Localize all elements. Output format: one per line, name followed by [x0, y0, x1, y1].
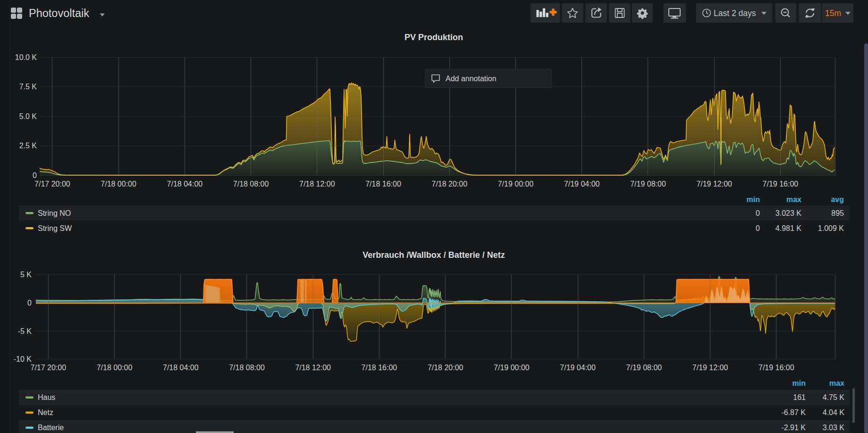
svg-text:-5 K: -5 K: [18, 327, 32, 335]
svg-text:7/18 16:00: 7/18 16:00: [362, 364, 397, 372]
svg-text:5 K: 5 K: [20, 271, 32, 279]
svg-text:15m: 15m: [825, 8, 841, 18]
svg-text:2.5 K: 2.5 K: [19, 142, 37, 150]
svg-text:Last 2 days: Last 2 days: [714, 8, 756, 18]
svg-text:Add annotation: Add annotation: [446, 75, 497, 83]
svg-text:min: min: [747, 195, 760, 204]
svg-text:0: 0: [756, 224, 760, 232]
svg-text:7/19 12:00: 7/19 12:00: [696, 180, 732, 188]
svg-text:7/19 08:00: 7/19 08:00: [626, 364, 662, 372]
svg-text:7/18 12:00: 7/18 12:00: [299, 180, 335, 188]
svg-text:7/19 08:00: 7/19 08:00: [630, 180, 666, 188]
svg-text:7/19 04:00: 7/19 04:00: [560, 364, 596, 372]
svg-text:String NO: String NO: [38, 209, 71, 217]
svg-text:7/18 04:00: 7/18 04:00: [163, 364, 199, 372]
svg-text:-2.91 K: -2.91 K: [781, 424, 806, 432]
svg-text:0: 0: [756, 209, 760, 217]
svg-text:7/18 20:00: 7/18 20:00: [431, 180, 467, 188]
svg-text:-6.87 K: -6.87 K: [781, 408, 806, 416]
svg-text:7.5 K: 7.5 K: [19, 83, 37, 91]
svg-text:7/18 16:00: 7/18 16:00: [365, 180, 401, 188]
svg-text:1.009 K: 1.009 K: [818, 224, 844, 232]
svg-text:10.0 K: 10.0 K: [15, 53, 37, 61]
svg-text:161: 161: [793, 393, 806, 401]
svg-text:Photovoltaik: Photovoltaik: [29, 7, 89, 19]
svg-text:7/18 04:00: 7/18 04:00: [167, 180, 203, 188]
svg-text:7/19 00:00: 7/19 00:00: [498, 180, 534, 188]
svg-text:Netz: Netz: [38, 408, 53, 416]
svg-text:5.0 K: 5.0 K: [19, 112, 37, 120]
svg-text:7/19 16:00: 7/19 16:00: [763, 180, 799, 188]
svg-text:7/18 20:00: 7/18 20:00: [428, 364, 463, 372]
svg-text:avg: avg: [831, 195, 844, 204]
svg-text:PV Produktion: PV Produktion: [405, 33, 463, 42]
svg-text:4.75 K: 4.75 K: [823, 393, 845, 401]
svg-text:Batterie: Batterie: [38, 424, 64, 432]
svg-text:7/19 04:00: 7/19 04:00: [564, 180, 600, 188]
svg-text:7/18 00:00: 7/18 00:00: [97, 364, 133, 372]
svg-text:7/19 12:00: 7/19 12:00: [692, 364, 728, 372]
svg-text:String SW: String SW: [38, 224, 72, 232]
svg-text:7/18 00:00: 7/18 00:00: [101, 180, 136, 188]
svg-text:min: min: [792, 379, 806, 387]
svg-text:7/18 08:00: 7/18 08:00: [229, 364, 265, 372]
svg-text:-10 K: -10 K: [14, 355, 32, 363]
svg-text:4.981 K: 4.981 K: [775, 224, 801, 232]
svg-text:0: 0: [33, 171, 37, 179]
svg-text:3.023 K: 3.023 K: [775, 209, 801, 217]
svg-text:max: max: [786, 195, 801, 204]
svg-text:0: 0: [27, 299, 32, 307]
svg-text:7/18 08:00: 7/18 08:00: [233, 180, 269, 188]
svg-text:3.03 K: 3.03 K: [823, 424, 845, 432]
svg-text:7/19 00:00: 7/19 00:00: [494, 364, 530, 372]
svg-text:max: max: [829, 379, 844, 387]
svg-text:895: 895: [831, 209, 844, 217]
svg-text:7/18 12:00: 7/18 12:00: [295, 364, 331, 372]
svg-text:7/17 20:00: 7/17 20:00: [34, 180, 70, 188]
svg-text:7/17 20:00: 7/17 20:00: [30, 364, 66, 372]
svg-text:Haus: Haus: [38, 393, 55, 401]
svg-text:Verbrauch /Wallbox / Batterie: Verbrauch /Wallbox / Batterie / Netz: [362, 250, 505, 260]
svg-text:7/19 16:00: 7/19 16:00: [758, 364, 794, 372]
svg-text:4.04 K: 4.04 K: [823, 408, 845, 416]
